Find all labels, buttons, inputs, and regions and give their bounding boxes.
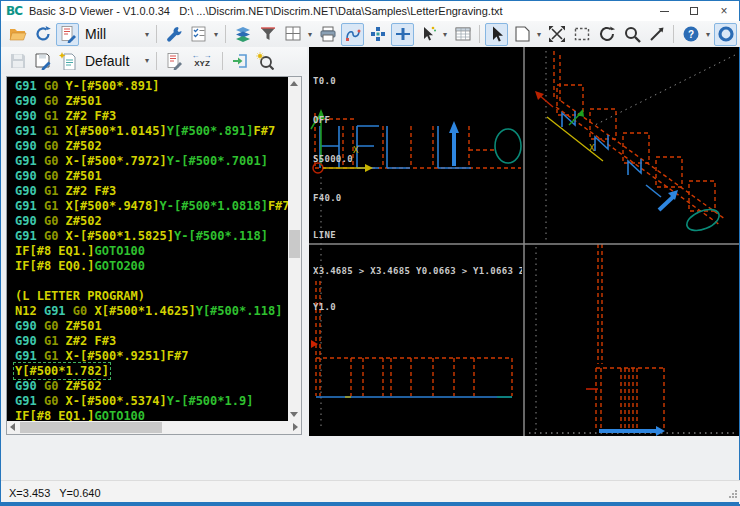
gcode-line[interactable]: IF[#8 EQ0.]GOTO200 [15,259,289,274]
scroll-right-icon[interactable] [293,423,298,431]
toolbar-separator [222,52,223,70]
printer-icon [319,25,337,43]
gcode-line[interactable] [15,274,289,289]
data-table-button[interactable] [451,23,474,46]
layers-button[interactable] [231,23,254,46]
gcode-line[interactable]: G91 G1 X-[#500*.9251]F#7 [15,349,289,364]
gcode-line[interactable]: G90 G1 Z#2 F#3 [15,334,289,349]
point-pattern-button[interactable] [366,23,389,46]
gcode-line[interactable]: G91 G0 X-[#500*.7972]Y-[#500*.7001] [15,154,289,169]
floppy-edit-icon [34,52,52,70]
print-button[interactable] [316,23,339,46]
mill-type-combobox[interactable]: Mill [81,26,141,42]
close-icon: × [720,5,727,17]
magnifier-sun-icon [256,52,274,70]
gcode-line[interactable]: G90 G1 Z#2 F#3 [15,184,289,199]
spindle-readout: S5000.0 [313,153,353,166]
select-arrow-button[interactable] [485,23,508,46]
toolpath-view-button[interactable] [341,23,364,46]
target-ring-icon [717,25,735,43]
measure-button[interactable] [645,23,668,46]
gcode-line[interactable]: G90 G0 Z#502 [15,214,289,229]
feed-readout: F40.0 [313,192,353,205]
app-logo: BC [6,4,22,18]
edit-document-icon [59,25,77,43]
resize-grip-icon[interactable] [728,489,738,499]
save-button[interactable] [6,49,29,72]
gcode-vertical-scrollbar[interactable] [288,77,301,421]
new-file-button[interactable] [56,49,79,72]
gcode-line[interactable]: IF[#8 EQ1.]GOTO100 [15,244,289,259]
reload-button[interactable] [31,23,54,46]
edit-file-button[interactable] [162,49,185,72]
edit-gcode-button[interactable] [56,23,79,46]
save-as-button[interactable] [31,49,54,72]
gcode-line[interactable]: G90 G1 Z#2 F#3 [15,109,289,124]
checklist-caret-icon[interactable]: ▾ [212,30,220,39]
gcode-line[interactable]: G91 G0 X-[#500*.5374]Y-[#500*1.9] [15,394,289,409]
shape-polygon-button[interactable] [510,23,533,46]
viewport-3d[interactable]: X X [309,47,739,436]
toolbar-row2: Default ▾ ← → XYZ [1,47,307,74]
floppy-save-icon [9,52,27,70]
maximize-button[interactable] [679,1,709,21]
coolant-readout: OFF [313,114,353,127]
options-checklist-button[interactable] [187,23,210,46]
gcode-line[interactable]: G90 G0 Z#502 [15,379,289,394]
app-window: BC Basic 3-D Viewer - V1.0.0.34 D:\ ...\… [0,0,740,506]
gcode-lines[interactable]: G91 G0 Y-[#500*.891]G90 G0 Z#501G90 G1 Z… [7,77,289,421]
gcode-line[interactable]: G90 G0 Z#501 [15,94,289,109]
setup-button[interactable] [162,23,185,46]
toolbar-separator [156,25,157,43]
help-button[interactable]: ? [679,23,702,46]
table-icon [454,25,472,43]
gcode-line[interactable]: G90 G0 Z#501 [15,169,289,184]
svg-text:X: X [589,143,595,153]
minimize-button[interactable] [649,1,679,21]
gcode-line[interactable]: IF[#8 EQ1.]GOTO100 [15,409,289,421]
view-target-button[interactable] [714,23,737,46]
polygon-caret-icon[interactable]: ▾ [535,30,543,39]
isometric-view-quadrant: X [535,51,735,240]
gcode-line[interactable]: Y[#500*1.782] [15,364,289,379]
gcode-line[interactable]: G91 G1 X[#500*.9478]Y-[#500*1.0818]F#7 [15,199,289,214]
gcode-horizontal-scrollbar[interactable] [7,421,301,434]
layout-caret-icon[interactable]: ▾ [306,30,314,39]
gcode-line[interactable]: G90 G0 Z#501 [15,319,289,334]
help-caret-icon[interactable]: ▾ [704,30,712,39]
rotate-icon [598,25,616,43]
profile-combobox[interactable]: Default [81,53,141,69]
scroll-up-icon[interactable] [290,81,298,86]
filter-button[interactable] [256,23,279,46]
gcode-line[interactable]: G91 G0 X-[#500*1.5825]Y-[#500*.118] [15,229,289,244]
window-layout-button[interactable] [281,23,304,46]
slider-position-button[interactable] [391,23,414,46]
zoom-window-button[interactable] [570,23,593,46]
open-file-button[interactable] [6,23,29,46]
move-target-label: Y1.0 [313,301,522,313]
close-button[interactable]: × [709,1,739,21]
layout-grid-icon [284,25,302,43]
move-type-label: LINE [313,229,522,241]
gcode-line[interactable]: (L LETTER PROGRAM) [15,289,289,304]
rotate-view-button[interactable] [595,23,618,46]
xyz-axes-button[interactable]: ← → XYZ [187,53,217,68]
gcode-line[interactable]: G91 G0 Y-[#500*.891] [15,79,289,94]
scroll-left-icon[interactable] [10,423,15,431]
profile-combo-caret-icon[interactable]: ▾ [143,56,151,65]
gcode-line[interactable]: G91 G1 X[#500*1.0145]Y[#500*.891]F#7 [15,124,289,139]
mill-combo-caret-icon[interactable]: ▾ [143,30,151,39]
pan-view-button[interactable] [545,23,568,46]
gcode-line[interactable]: G90 G0 Z#502 [15,139,289,154]
measure-arrow-icon [648,25,666,43]
scroll-down-icon[interactable] [290,412,298,417]
pointer-caret-icon[interactable]: ▾ [441,30,449,39]
horizontal-scroll-thumb[interactable] [20,422,162,433]
goto-line-button[interactable] [228,49,251,72]
layers-icon [234,25,252,43]
pointer-tools-button[interactable] [416,23,439,46]
gcode-line[interactable]: N12 G91 G0 X[#500*1.4625]Y[#500*.118] [15,304,289,319]
zoom-button[interactable] [620,23,643,46]
examine-zoom-button[interactable] [253,49,276,72]
vertical-scroll-thumb[interactable] [289,230,300,258]
